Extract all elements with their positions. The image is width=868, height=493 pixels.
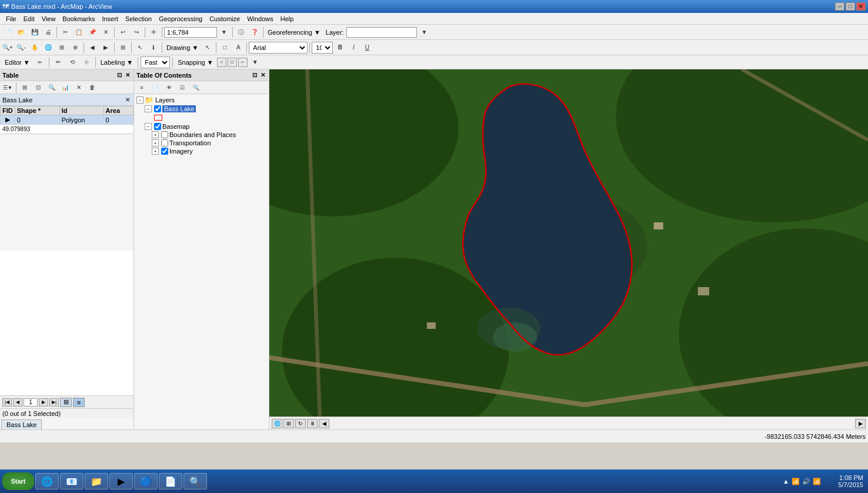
start-button[interactable]: Start — [2, 472, 34, 490]
draw-select-button[interactable]: ↖ — [201, 41, 214, 54]
float-button[interactable]: ⊡ — [116, 72, 123, 78]
map-refresh-btn[interactable]: ↻ — [295, 419, 306, 428]
table-delete-btn[interactable]: 🗑 — [86, 81, 99, 94]
toc-bass-lake[interactable]: − Bass Lake — [135, 105, 268, 113]
world-view-button[interactable]: 🌐 — [42, 41, 55, 54]
reshape-btn[interactable]: ⟲ — [66, 56, 79, 69]
rect-btn[interactable]: □ — [218, 41, 231, 54]
table-stats-btn[interactable]: 📊 — [59, 81, 72, 94]
first-record-btn[interactable]: |◀ — [2, 398, 12, 407]
toc-visibility-btn[interactable]: 👁 — [162, 81, 175, 94]
toc-imagery[interactable]: + Imagery — [135, 147, 268, 155]
boundaries-expand-btn[interactable]: + — [152, 131, 159, 138]
menu-geoprocessing[interactable]: Geoprocessing — [155, 15, 206, 23]
menu-insert[interactable]: Insert — [98, 15, 122, 23]
underline-button[interactable]: U — [360, 41, 373, 54]
zoom-extent-button[interactable]: ⊕ — [69, 41, 82, 54]
taskbar-explorer-btn[interactable]: 📁 — [85, 473, 108, 489]
layer-input[interactable] — [346, 27, 417, 38]
taskbar-chrome-btn[interactable]: 🔵 — [134, 473, 158, 489]
menu-customize[interactable]: Customize — [206, 15, 243, 23]
map-scroll-right-btn[interactable]: ▶ — [855, 419, 866, 428]
select-features-button[interactable]: ⊞ — [116, 41, 129, 54]
taskbar-pdf-btn[interactable]: 📄 — [159, 473, 182, 489]
text-btn[interactable]: A — [232, 41, 245, 54]
pointer-button[interactable]: ↖ — [133, 41, 146, 54]
layers-expand-btn[interactable]: − — [136, 96, 143, 104]
layer-dropdown[interactable]: ▼ — [418, 26, 430, 39]
map-table-btn[interactable]: ⊞ — [283, 419, 294, 428]
grid-view-btn[interactable]: ⊞ — [60, 398, 72, 407]
menu-selection[interactable]: Selection — [122, 15, 155, 23]
next-record-btn[interactable]: ▶ — [39, 398, 48, 407]
copy-button[interactable]: 📋 — [72, 26, 85, 39]
toc-search-btn[interactable]: 🔍 — [189, 81, 202, 94]
menu-view[interactable]: View — [38, 15, 59, 23]
paste-button[interactable]: 📌 — [86, 26, 99, 39]
imagery-expand-btn[interactable]: + — [152, 148, 159, 155]
last-record-btn[interactable]: ▶| — [49, 398, 59, 407]
boundaries-checkbox[interactable] — [161, 131, 168, 138]
toc-list-view-btn[interactable]: ≡ — [135, 81, 148, 94]
close-table-button[interactable]: ✕ — [124, 72, 131, 78]
minimize-button[interactable]: ─ — [835, 2, 844, 11]
menu-file[interactable]: File — [2, 15, 20, 23]
toc-transportation[interactable]: + Transportation — [135, 139, 268, 147]
toc-source-view-btn[interactable]: 📄 — [149, 81, 162, 94]
snap-corner-btn[interactable]: ⌐ — [238, 58, 248, 67]
table-options-btn[interactable]: ☰▼ — [1, 81, 14, 94]
chart-view-btn[interactable]: ≡ — [73, 398, 85, 407]
snap-square-btn[interactable]: □ — [228, 58, 237, 67]
menu-help[interactable]: Help — [277, 15, 298, 23]
font-select[interactable]: Arial — [249, 42, 308, 54]
identify-button[interactable]: ⓘ — [235, 26, 248, 39]
taskbar-outlook-btn[interactable]: 📧 — [60, 473, 84, 489]
map-globe-btn[interactable]: 🌐 — [272, 419, 282, 428]
menu-bookmarks[interactable]: Bookmarks — [59, 15, 98, 23]
imagery-checkbox[interactable] — [161, 148, 168, 155]
info-button[interactable]: ℹ — [147, 41, 160, 54]
table-sort-btn[interactable]: ⊞ — [18, 81, 31, 94]
select-button[interactable]: ⊞ — [55, 41, 68, 54]
bass-lake-expand-btn[interactable]: − — [145, 105, 152, 112]
table-select-btn[interactable]: ⊡ — [32, 81, 45, 94]
taskbar-ie-btn[interactable]: 🌐 — [35, 473, 59, 489]
map-canvas[interactable] — [269, 69, 868, 417]
zoom-in-button[interactable]: 🔍+ — [1, 41, 14, 54]
fontsize-select[interactable]: 10 — [312, 42, 333, 54]
menu-windows[interactable]: Windows — [243, 15, 277, 23]
table-zoom-btn[interactable]: 🔍 — [45, 81, 58, 94]
open-button[interactable]: 📂 — [15, 26, 28, 39]
transportation-checkbox[interactable] — [161, 139, 168, 146]
zoom-out-button[interactable]: 🔍- — [15, 41, 28, 54]
pan-map-button[interactable]: ✋ — [28, 41, 41, 54]
basemap-expand-btn[interactable]: − — [145, 123, 152, 130]
pan-button[interactable]: ✛ — [147, 26, 160, 39]
toc-close-btn[interactable]: ✕ — [259, 72, 266, 78]
forward-button[interactable]: ▶ — [99, 41, 112, 54]
table-row[interactable]: ▶ 0 Polygon 0 — [1, 115, 133, 125]
menu-edit[interactable]: Edit — [20, 15, 38, 23]
page-number[interactable] — [24, 398, 38, 407]
scale-dropdown[interactable]: ▼ — [218, 26, 231, 39]
map-pause-btn[interactable]: ⏸ — [307, 419, 318, 428]
bass-lake-checkbox[interactable] — [154, 105, 161, 112]
taskbar-magnifier-btn[interactable]: 🔍 — [183, 473, 207, 489]
snap-dropdown-btn[interactable]: ▼ — [249, 56, 262, 69]
toc-float-btn[interactable]: ⊡ — [251, 72, 258, 78]
maximize-button[interactable]: □ — [846, 2, 855, 11]
italic-button[interactable]: I — [347, 41, 360, 54]
fast-select[interactable]: Fast — [141, 56, 170, 68]
basemap-checkbox[interactable] — [154, 123, 161, 130]
map-stop-btn[interactable]: ◀ — [319, 419, 329, 428]
help-button[interactable]: ❓ — [248, 26, 261, 39]
bold-button[interactable]: B — [333, 41, 346, 54]
delete-button[interactable]: ✕ — [99, 26, 112, 39]
back-button[interactable]: ◀ — [86, 41, 99, 54]
save-button[interactable]: 💾 — [28, 26, 41, 39]
close-table-name-btn[interactable]: ✕ — [124, 96, 131, 103]
bass-lake-tab[interactable]: Bass Lake — [1, 419, 42, 429]
new-button[interactable]: 📄 — [1, 26, 14, 39]
cut-button[interactable]: ✂ — [59, 26, 72, 39]
undo-button[interactable]: ↩ — [116, 26, 129, 39]
